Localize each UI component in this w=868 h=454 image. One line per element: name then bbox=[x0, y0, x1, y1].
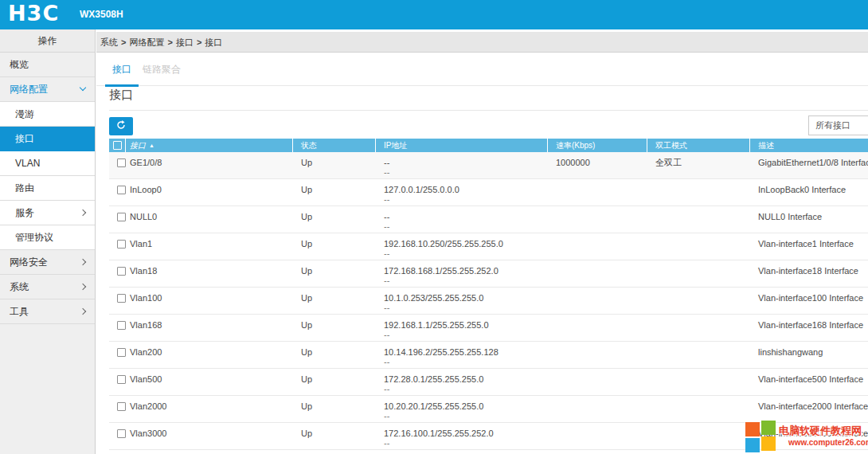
cell-status: Up bbox=[293, 233, 376, 260]
cell-duplex bbox=[647, 233, 750, 260]
cell-speed bbox=[548, 206, 647, 233]
row-checkbox[interactable] bbox=[117, 348, 126, 357]
sidebar-item-系统[interactable]: 系统 bbox=[0, 275, 95, 299]
cell-speed bbox=[548, 423, 647, 449]
sidebar-item-label: 接口 bbox=[0, 127, 34, 151]
refresh-icon bbox=[115, 119, 127, 133]
column-header-status[interactable]: 状态 bbox=[293, 139, 376, 152]
tab-link-aggregation[interactable]: 链路聚合 bbox=[143, 63, 181, 76]
sidebar-item-label: 网络安全 bbox=[0, 250, 48, 274]
cell-interface: Vlan500 bbox=[126, 369, 293, 395]
sidebar-item-接口[interactable]: 接口 bbox=[0, 127, 95, 151]
cell-duplex bbox=[647, 315, 750, 341]
row-checkbox[interactable] bbox=[117, 321, 126, 330]
cell-ip: 172.168.168.1/255.255.252.0-- bbox=[376, 260, 548, 287]
page-title: 接口 bbox=[109, 88, 133, 103]
breadcrumb-separator: > bbox=[197, 37, 201, 47]
app-window: H3C WX3508H 操作 概览 网络配置 漫游 接口 VLAN 路由 服务 … bbox=[0, 0, 868, 454]
row-checkbox[interactable] bbox=[117, 294, 126, 303]
row-select-cell bbox=[109, 206, 126, 233]
row-select-cell bbox=[109, 233, 126, 260]
breadcrumb-item-系统[interactable]: 系统 bbox=[100, 37, 118, 47]
cell-ip: 192.168.10.250/255.255.255.0-- bbox=[376, 233, 548, 260]
sidebar-item-label: 管理协议 bbox=[0, 225, 53, 249]
sidebar-item-网络安全[interactable]: 网络安全 bbox=[0, 250, 95, 275]
table-row: Vlan168 Up 192.168.1.1/255.255.255.0-- V… bbox=[109, 315, 868, 342]
cell-duplex bbox=[647, 179, 750, 205]
row-checkbox[interactable] bbox=[117, 213, 126, 221]
cell-duplex bbox=[647, 288, 750, 314]
row-select-cell bbox=[109, 315, 126, 341]
table-row: Vlan100 Up 10.1.0.253/255.255.255.0-- Vl… bbox=[109, 288, 868, 315]
chevron-down-icon bbox=[80, 84, 86, 91]
sidebar-item-漫游[interactable]: 漫游 bbox=[0, 102, 95, 127]
row-checkbox[interactable] bbox=[117, 429, 126, 438]
row-checkbox[interactable] bbox=[117, 186, 126, 194]
cell-status: Up bbox=[293, 342, 376, 368]
cell-interface: Vlan100 bbox=[126, 288, 293, 314]
cell-duplex bbox=[647, 260, 750, 287]
row-checkbox[interactable] bbox=[117, 375, 126, 384]
main-content: 系统>网络配置>接口>接口 接口 链路聚合 接口 所有接口 接口▲ 状态 IP地… bbox=[96, 29, 868, 454]
sidebar: 操作 概览 网络配置 漫游 接口 VLAN 路由 服务 管理协议 网络安全 系统… bbox=[0, 29, 96, 454]
chevron-right-icon bbox=[80, 284, 86, 290]
table-row: Vlan1 Up 192.168.10.250/255.255.255.0-- … bbox=[109, 233, 868, 260]
cell-interface: Vlan1 bbox=[126, 233, 293, 260]
column-header-description[interactable]: 描述 bbox=[750, 139, 868, 152]
cell-description: InLoopBack0 Interface bbox=[750, 179, 868, 205]
row-select-cell bbox=[109, 260, 126, 287]
sidebar-item-label: 路由 bbox=[0, 176, 34, 200]
select-all-checkbox[interactable] bbox=[113, 141, 122, 150]
sidebar-item-网络配置[interactable]: 网络配置 bbox=[0, 77, 95, 102]
column-header-duplex[interactable]: 双工模式 bbox=[647, 139, 750, 152]
interface-filter-dropdown[interactable]: 所有接口 bbox=[808, 115, 868, 135]
breadcrumb-item-接口[interactable]: 接口 bbox=[176, 37, 194, 47]
sidebar-item-服务[interactable]: 服务 bbox=[0, 201, 95, 225]
watermark-title: 电脑软硬件教程网 bbox=[779, 424, 862, 438]
sidebar-item-概览[interactable]: 概览 bbox=[0, 53, 95, 77]
cell-duplex bbox=[647, 206, 750, 233]
breadcrumb-item-网络配置[interactable]: 网络配置 bbox=[129, 37, 164, 47]
column-header-speed[interactable]: 速率(Kbps) bbox=[548, 139, 647, 152]
cell-status: Up bbox=[293, 260, 376, 287]
sidebar-item-工具[interactable]: 工具 bbox=[0, 299, 95, 324]
cell-description: Vlan-interface18 Interface bbox=[750, 260, 868, 287]
h3c-logo: H3C bbox=[8, 1, 59, 25]
sidebar-item-label: 工具 bbox=[0, 299, 29, 323]
row-checkbox[interactable] bbox=[117, 159, 126, 167]
tab-interface[interactable]: 接口 bbox=[112, 63, 131, 76]
sidebar-item-VLAN[interactable]: VLAN bbox=[0, 151, 95, 176]
watermark: 电脑软硬件教程网 www.computer26.com bbox=[742, 419, 868, 454]
cell-duplex bbox=[647, 423, 750, 449]
chevron-right-icon bbox=[80, 308, 86, 315]
column-header-ip[interactable]: IP地址 bbox=[376, 139, 548, 152]
table-row: Vlan18 Up 172.168.168.1/255.255.252.0-- … bbox=[109, 260, 868, 288]
cell-speed bbox=[548, 260, 647, 287]
sidebar-item-路由[interactable]: 路由 bbox=[0, 176, 95, 201]
cell-ip: 127.0.0.1/255.0.0.0-- bbox=[376, 179, 548, 205]
cell-status: Up bbox=[293, 206, 376, 233]
cell-speed bbox=[548, 233, 647, 260]
cell-duplex: 全双工 bbox=[647, 152, 750, 178]
sidebar-item-label: 系统 bbox=[0, 275, 29, 299]
row-checkbox[interactable] bbox=[117, 402, 126, 411]
refresh-button[interactable] bbox=[109, 117, 133, 135]
column-header-interface[interactable]: 接口▲ bbox=[126, 139, 293, 152]
cell-interface: Vlan168 bbox=[126, 315, 293, 341]
cell-ip: ---- bbox=[376, 152, 548, 178]
cell-interface: GE1/0/8 bbox=[126, 152, 293, 178]
cell-status: Up bbox=[293, 396, 376, 422]
cell-speed bbox=[548, 288, 647, 314]
sidebar-item-管理协议[interactable]: 管理协议 bbox=[0, 225, 95, 250]
chevron-right-icon bbox=[80, 209, 86, 216]
row-checkbox[interactable] bbox=[117, 267, 126, 276]
title-divider bbox=[109, 110, 868, 111]
cell-interface: Vlan18 bbox=[126, 260, 293, 287]
cell-status: Up bbox=[293, 369, 376, 395]
breadcrumb-item-接口[interactable]: 接口 bbox=[205, 37, 222, 47]
cell-description: Vlan-interface500 Interface bbox=[750, 369, 868, 395]
row-checkbox[interactable] bbox=[117, 240, 126, 249]
cell-status: Up bbox=[293, 423, 376, 449]
cell-ip: 192.168.1.1/255.255.255.0-- bbox=[376, 315, 548, 341]
sidebar-item-label: 漫游 bbox=[0, 102, 34, 126]
